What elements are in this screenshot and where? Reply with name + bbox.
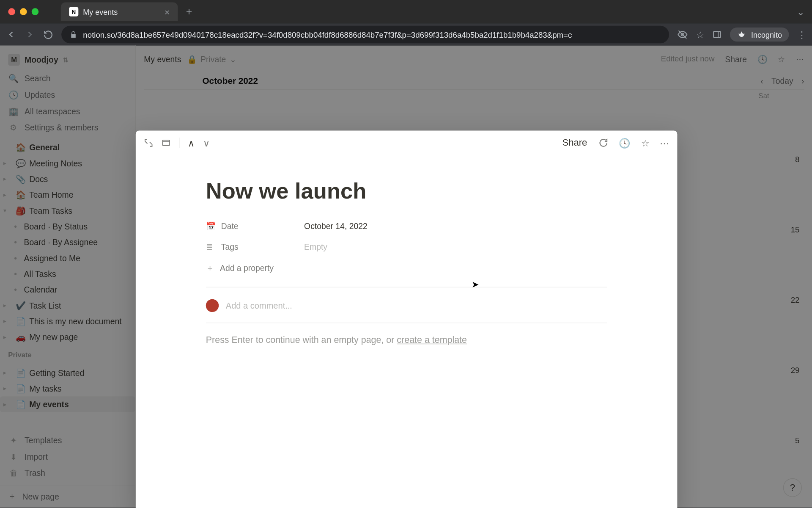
comment-placeholder: Add a comment...: [226, 301, 292, 310]
traffic-light-close[interactable]: [8, 8, 15, 15]
page-title[interactable]: Now we launch: [206, 179, 607, 204]
tab-overflow-icon[interactable]: ⌄: [797, 6, 804, 17]
empty-page-hint: Press Enter to continue with an empty pa…: [206, 323, 607, 345]
updates-clock-icon[interactable]: 🕓: [619, 137, 631, 148]
tab-close-icon[interactable]: ×: [165, 7, 170, 17]
property-value[interactable]: October 14, 2022: [304, 221, 368, 231]
property-tags[interactable]: ≣Tags Empty: [206, 237, 607, 258]
property-date[interactable]: 📅Date October 14, 2022: [206, 215, 607, 237]
property-key: Date: [221, 221, 239, 231]
new-tab-button[interactable]: +: [186, 6, 192, 18]
url-text: notion.so/36d8a1be657e49d0940178c18eacd3…: [83, 30, 572, 39]
property-value-empty[interactable]: Empty: [304, 243, 327, 252]
macos-titlebar: N My events × + ⌄: [0, 0, 812, 23]
browser-tab[interactable]: N My events ×: [61, 3, 178, 21]
tab-title: My events: [83, 7, 118, 16]
svg-rect-1: [713, 31, 721, 38]
user-avatar: [206, 299, 219, 312]
modal-toolbar: ∧ ∨ Share 🕓 ☆ ⋯: [136, 130, 678, 155]
notion-app: M Moodjoy ⇅ 🔍Search 🕓Updates 🏢All teamsp…: [0, 46, 812, 508]
prev-page-icon[interactable]: ∧: [188, 137, 195, 148]
expand-icon[interactable]: [144, 138, 153, 147]
plus-icon: ＋: [206, 263, 214, 273]
more-icon[interactable]: ⋯: [660, 137, 669, 148]
lock-icon: [70, 31, 77, 39]
peek-mode-icon[interactable]: [162, 138, 171, 147]
panel-icon[interactable]: [713, 30, 722, 39]
comments-icon[interactable]: [598, 138, 608, 148]
modal-share-button[interactable]: Share: [562, 138, 587, 148]
add-property-label: Add a property: [220, 263, 274, 273]
create-template-link[interactable]: create a template: [397, 335, 467, 345]
svg-rect-2: [162, 140, 170, 146]
hint-text: Press Enter to continue with an empty pa…: [206, 335, 397, 345]
next-page-icon[interactable]: ∨: [203, 137, 210, 148]
kebab-icon[interactable]: ⋮: [797, 29, 807, 40]
divider: [206, 287, 607, 287]
favorite-star-icon[interactable]: ☆: [641, 137, 649, 148]
traffic-light-minimize[interactable]: [20, 8, 27, 15]
eye-off-icon[interactable]: [678, 29, 688, 40]
back-icon[interactable]: [6, 29, 16, 40]
bookmark-star-icon[interactable]: ☆: [696, 29, 704, 40]
list-icon: ≣: [206, 243, 215, 252]
address-bar[interactable]: notion.so/36d8a1be657e49d0940178c18eacd3…: [61, 26, 669, 43]
property-key: Tags: [221, 243, 239, 252]
notion-favicon: N: [69, 7, 78, 17]
forward-icon[interactable]: [25, 29, 35, 40]
page-modal: ∧ ∨ Share 🕓 ☆ ⋯ Now we launch 📅Date Octo…: [136, 130, 678, 508]
incognito-badge[interactable]: Incognito: [730, 28, 789, 41]
add-comment[interactable]: Add a comment...: [206, 295, 607, 323]
add-property-button[interactable]: ＋Add a property: [206, 257, 607, 279]
traffic-light-zoom[interactable]: [32, 8, 39, 15]
incognito-icon: [737, 30, 746, 39]
separator: [179, 138, 179, 148]
reload-icon[interactable]: [43, 30, 53, 40]
incognito-label: Incognito: [751, 30, 782, 39]
browser-toolbar: notion.so/36d8a1be657e49d0940178c18eacd3…: [0, 23, 812, 46]
calendar-icon: 📅: [206, 221, 215, 231]
